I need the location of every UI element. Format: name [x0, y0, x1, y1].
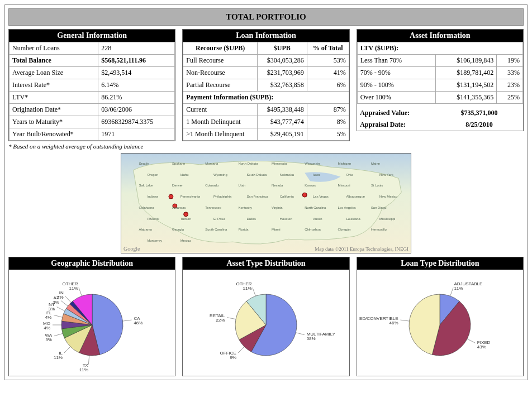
loan-payment-row: >1 Month Delinquent$29,405,1915% [183, 128, 349, 141]
general-value: 03/06/2006 [98, 104, 175, 116]
loan-subhead-row: Recourse ($UPB) $UPB % of Total [183, 42, 349, 55]
asset-type-panel: Asset Type Distribution MULTIFAMILY58%OF… [182, 257, 349, 376]
map-label: Virginia [272, 206, 283, 209]
ltv-label: Less Than 70% [357, 55, 435, 67]
map-label: Las Vegas [313, 195, 329, 198]
payment-label: 1 Month Delinquent [183, 116, 258, 128]
ltv-upb: $141,355,365 [436, 92, 497, 104]
map-label: Oklahoma [139, 206, 155, 209]
map-label: Spokane [172, 162, 186, 165]
map-label: Utah [239, 184, 246, 187]
appraisal-date-label: Appraisal Date: [357, 119, 435, 131]
pie-slice-pct: 9% [230, 355, 236, 360]
loan-upb: $32,763,858 [257, 79, 307, 92]
map-label: Los Angeles [338, 206, 356, 209]
map-label: Iowa [313, 173, 320, 176]
map-label: Nebraska [280, 173, 294, 176]
map-label: Oregon [147, 173, 158, 176]
general-label: Interest Rate* [10, 79, 98, 92]
map-label: Mexico [180, 239, 191, 242]
general-value: $568,521,111.96 [98, 55, 175, 67]
loan-upb: $231,703,969 [257, 67, 307, 79]
general-info-table: Number of Loans228Total Balance$568,521,… [9, 42, 175, 141]
map-label: Denver [172, 184, 183, 187]
loan-subhead-pct: % of Total [307, 42, 349, 55]
appraised-value: $735,371,000 [436, 107, 523, 119]
pie-leader [401, 320, 410, 321]
map-image: SeattleSpokaneMontanaNorth DakotaMinneso… [121, 153, 411, 253]
map-label: Mississippi [379, 217, 396, 221]
map-label: Colorado [205, 184, 219, 187]
map-label: Philadelphia [213, 195, 232, 198]
map-label: Tucson [180, 217, 191, 221]
general-info-header: General Information [9, 30, 175, 42]
pie-leader [79, 288, 82, 296]
loan-info-table: Recourse ($UPB) $UPB % of Total Full Rec… [183, 42, 349, 141]
asset-info-column: Asset Information LTV ($UPB): Less Than … [357, 29, 524, 150]
pie-slice-pct: 5% [45, 337, 52, 342]
ltv-label: Over 100% [357, 92, 435, 104]
asset-ltv-row: 70% - 90%$189,781,40233% [357, 67, 522, 79]
loan-subhead-recourse: Recourse ($UPB) [183, 42, 258, 55]
map-label: Obregón [338, 228, 351, 231]
map-label: Monterrey [147, 239, 162, 242]
asset-type-header: Asset Type Distribution [183, 257, 349, 270]
map-label: Florida [239, 228, 249, 231]
map-label: Salt Lake [139, 184, 153, 187]
asset-info-table: LTV ($UPB): Less Than 70%$106,189,84319%… [357, 42, 523, 131]
map-label: Montana [205, 162, 218, 165]
map-label: El Paso [213, 217, 225, 221]
general-label: Average Loan Size [10, 67, 98, 79]
map-label: Maine [371, 162, 381, 165]
general-footnote: * Based on a weighted average of outstan… [8, 143, 175, 150]
pie-slice-pct: 43% [477, 344, 486, 349]
map-label: Chihuahua [305, 228, 321, 231]
map-label: New Mexico [379, 195, 398, 198]
pie-slice-pct: 11% [243, 286, 252, 291]
pie-leader [227, 318, 236, 319]
map-label: Phoenix [147, 217, 159, 221]
ltv-upb: $131,194,502 [436, 79, 497, 92]
svg-point-1 [184, 212, 188, 217]
general-label: Year Built/Renovated* [10, 128, 98, 141]
geo-distribution-chart: CA46%TX11%IL11%WA5%MO4%FL4%NY3%AZ3%IN2%O… [11, 270, 173, 376]
map-label: Houston [280, 217, 292, 221]
payment-upb: $29,405,191 [257, 128, 307, 141]
general-row: Origination Date*03/06/2006 [10, 104, 175, 116]
map-label: New York [379, 173, 393, 176]
general-value: 6.14% [98, 79, 175, 92]
ltv-pct: 23% [497, 79, 523, 92]
ltv-label: 90% - 100% [357, 79, 435, 92]
pie-leader [253, 288, 255, 296]
pie-slice-pct: 3% [48, 307, 55, 312]
loan-label: Partial Recourse [183, 79, 258, 92]
general-label: Total Balance [10, 55, 98, 67]
map-label: Albuquerque [346, 195, 365, 198]
general-label: Origination Date* [10, 104, 98, 116]
map-label: San Diego [371, 206, 387, 209]
map-label: North Carolina [305, 206, 326, 209]
asset-type-chart: MULTIFAMILY58%OFFICE9%RETAIL22%OTHER11% [185, 270, 347, 376]
loan-pct: 6% [307, 79, 349, 92]
loan-pct: 41% [307, 67, 349, 79]
payment-pct: 87% [307, 104, 349, 116]
general-value: 86.21% [98, 92, 175, 104]
pie-slice-pct: 11% [454, 286, 463, 291]
pie-leader [65, 296, 71, 303]
asset-ltv-row: Over 100%$141,355,36525% [357, 92, 522, 104]
appraisal-date-row: Appraisal Date: 8/25/2010 [357, 119, 522, 131]
general-label: Years to Maturity* [10, 116, 98, 128]
map-label: Kentucky [239, 206, 252, 209]
map-continent [134, 161, 402, 244]
page-title: TOTAL PORTFOLIO [8, 8, 524, 26]
payment-upb: $43,777,474 [257, 116, 307, 128]
map-label: Michigan [338, 162, 352, 165]
pie-slice-pct: 46% [134, 320, 142, 325]
pie-slice-pct: 4% [44, 325, 50, 331]
map-section: SeattleSpokaneMontanaNorth DakotaMinneso… [8, 153, 524, 253]
info-row: General Information Number of Loans228To… [8, 29, 524, 150]
asset-info-panel: Asset Information LTV ($UPB): Less Than … [357, 29, 524, 131]
appraised-value-row: Appraised Value: $735,371,000 [357, 107, 522, 119]
appraised-value-label: Appraised Value: [357, 107, 435, 119]
general-info-panel: General Information Number of Loans228To… [8, 29, 175, 141]
